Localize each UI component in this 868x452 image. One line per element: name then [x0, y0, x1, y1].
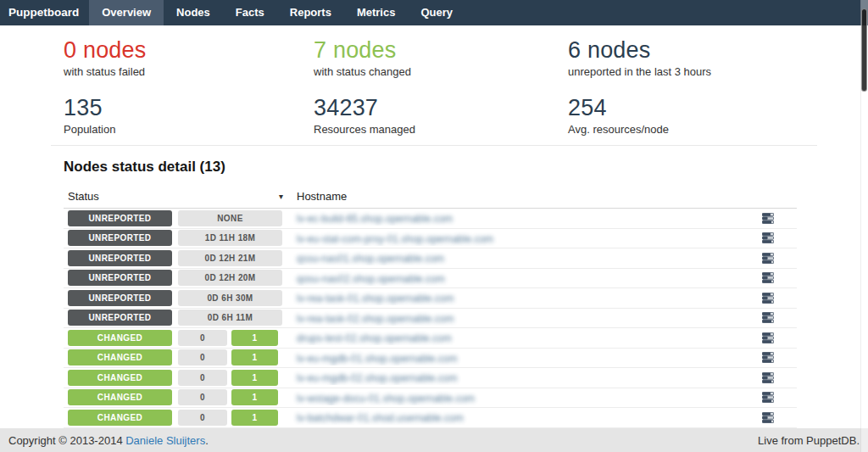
tasks-icon[interactable]: [762, 412, 774, 423]
failed-count-badge[interactable]: 0: [178, 410, 227, 426]
copyright-prefix: Copyright © 2013-2014: [8, 434, 123, 447]
nav-item-facts[interactable]: Facts: [223, 0, 277, 25]
table-row: UNREPORTED 1D 11H 18M lv-eu-stat-com-prx…: [64, 229, 797, 249]
status-badge[interactable]: UNREPORTED: [68, 210, 172, 226]
tasks-icon[interactable]: [762, 332, 774, 343]
tasks-icon[interactable]: [762, 253, 774, 264]
tasks-icon[interactable]: [762, 372, 774, 383]
author-link[interactable]: Daniele Sluijters: [125, 434, 205, 447]
last-report-time-badge: 1D 11H 18M: [178, 230, 282, 246]
hostname-link[interactable]: drups-test-02.shop.opernable.com: [297, 332, 452, 344]
changed-count-badge[interactable]: 1: [231, 410, 278, 426]
icon-cell: [739, 352, 797, 363]
status-cell: CHANGED 0 1: [64, 370, 286, 386]
nav-item-reports[interactable]: Reports: [277, 0, 344, 25]
hostname-link[interactable]: lv-eu-stat-com-prxy-01.shop.opernable.co…: [297, 233, 493, 245]
status-badge[interactable]: UNREPORTED: [68, 250, 172, 266]
stat-block: 254 Avg. resources/node: [568, 94, 868, 137]
status-badge[interactable]: UNREPORTED: [68, 270, 172, 286]
status-badge[interactable]: CHANGED: [68, 330, 172, 346]
hostname-cell: lv-eu-stat-com-prxy-01.shop.opernable.co…: [286, 231, 739, 246]
tasks-icon[interactable]: [762, 272, 774, 283]
status-cell: UNREPORTED 0D 12H 21M: [64, 250, 286, 266]
nav-item-nodes[interactable]: Nodes: [164, 0, 223, 25]
hostname-cell: lv-ec-build-65.shop.opernable.com: [286, 210, 739, 226]
nav-item-overview[interactable]: Overview: [89, 0, 164, 25]
last-report-time-badge: 0D 12H 20M: [178, 270, 282, 286]
hostname-link[interactable]: lv-wstage-docu-01.shop.opernable.com: [297, 393, 475, 405]
status-column-header[interactable]: Status ▾: [64, 190, 286, 203]
status-badge[interactable]: CHANGED: [68, 410, 172, 426]
hostname-link[interactable]: lv-rea-task-01.shop.opernable.com: [297, 293, 453, 304]
table-row: CHANGED 0 1 lv-eu-mgdb-02.shop.opernable…: [64, 368, 797, 388]
changed-count-badge[interactable]: 1: [231, 389, 278, 405]
stat-label: Avg. resources/node: [568, 123, 868, 137]
hostname-cell: lv-batchdwar-01.shod.usernable.com: [286, 410, 739, 425]
scrollbar-thumb[interactable]: [861, 8, 867, 92]
hostname-cell: lv-rea-task-02.shop.opernable.com: [286, 310, 739, 326]
icon-cell: [739, 293, 797, 304]
stat-block: 34237 Resources managed: [314, 94, 568, 137]
tasks-icon[interactable]: [762, 293, 774, 304]
changed-count-badge[interactable]: 1: [231, 330, 278, 346]
stat-label: Population: [64, 123, 314, 137]
status-cell: UNREPORTED 0D 6H 11M: [64, 310, 286, 326]
hostname-link[interactable]: lv-rea-task-02.shop.opernable.com: [297, 313, 453, 325]
icon-cell: [739, 232, 797, 243]
tasks-icon[interactable]: [762, 213, 774, 224]
status-cell: CHANGED 0 1: [64, 389, 286, 405]
status-badge[interactable]: CHANGED: [68, 389, 172, 405]
status-badge[interactable]: UNREPORTED: [68, 230, 172, 246]
last-report-time-badge: 0D 6H 11M: [178, 310, 282, 326]
table-row: CHANGED 0 1 lv-batchdwar-01.shod.usernab…: [64, 408, 797, 428]
table-row: CHANGED 0 1 lv-eu-mgdb-01.shop.opernable…: [64, 349, 797, 369]
tasks-icon[interactable]: [762, 352, 774, 363]
stat-value: 0 nodes: [64, 36, 314, 64]
status-badge[interactable]: CHANGED: [68, 349, 172, 366]
sort-caret-icon[interactable]: ▾: [279, 192, 286, 201]
failed-count-badge[interactable]: 0: [178, 370, 227, 386]
status-badge[interactable]: UNREPORTED: [68, 310, 172, 326]
status-cell: UNREPORTED 0D 6H 30M: [64, 290, 286, 306]
status-cell: UNREPORTED 1D 11H 18M: [64, 230, 286, 246]
failed-count-badge[interactable]: 0: [178, 349, 227, 366]
hostname-cell: lv-wstage-docu-01.shop.opernable.com: [286, 390, 739, 405]
hostname-link[interactable]: lv-batchdwar-01.shod.usernable.com: [297, 412, 464, 424]
stat-label: unreported in the last 3 hours: [568, 65, 868, 79]
status-cell: UNREPORTED NONE: [64, 210, 286, 226]
status-cell: CHANGED 0 1: [64, 349, 286, 366]
status-cell: CHANGED 0 1: [64, 330, 286, 346]
stat-label: Resources managed: [314, 123, 568, 137]
hostname-link[interactable]: lv-eu-mgdb-01.shop.opernable.com: [297, 353, 457, 365]
hostname-link[interactable]: lv-ec-build-65.shop.opernable.com: [297, 213, 453, 225]
brand-puppetboard[interactable]: Puppetboard: [0, 0, 89, 25]
table-row: UNREPORTED 0D 6H 11M lv-rea-task-02.shop…: [64, 309, 797, 329]
failed-count-badge[interactable]: 0: [178, 389, 227, 405]
status-cell: UNREPORTED 0D 12H 20M: [64, 270, 286, 286]
status-badge[interactable]: CHANGED: [68, 370, 172, 386]
hostname-cell: lv-rea-task-01.shop.opernable.com: [286, 290, 739, 305]
nav-item-query[interactable]: Query: [408, 0, 465, 25]
stat-label: with status failed: [64, 65, 314, 79]
table-row: UNREPORTED 0D 12H 20M qosu-nas02.shop.op…: [64, 269, 797, 289]
stat-value: 135: [64, 94, 314, 121]
hostname-link[interactable]: lv-eu-mgdb-02.shop.opernable.com: [297, 372, 457, 384]
changed-count-badge[interactable]: 1: [231, 349, 278, 366]
hostname-column-header[interactable]: Hostname: [286, 190, 347, 203]
stat-block: 0 nodes with status failed: [64, 36, 314, 79]
tasks-icon[interactable]: [762, 392, 774, 403]
hostname-link[interactable]: qosu-nas02.shop.opernable.com: [297, 273, 445, 285]
hostname-link[interactable]: qssu-nas01.shop.opernable.com: [297, 253, 444, 265]
tasks-icon[interactable]: [762, 232, 774, 243]
status-badge[interactable]: UNREPORTED: [68, 290, 172, 306]
icon-cell: [739, 372, 797, 383]
tasks-icon[interactable]: [762, 312, 774, 323]
nodes-status-detail-heading: Nodes status detail (13): [64, 159, 868, 176]
icon-cell: [739, 412, 797, 423]
nav-item-metrics[interactable]: Metrics: [344, 0, 409, 25]
failed-count-badge[interactable]: 0: [178, 330, 227, 346]
table-row: CHANGED 0 1 drups-test-02.shop.opernable…: [64, 328, 797, 349]
changed-count-badge[interactable]: 1: [231, 370, 278, 386]
status-cell: CHANGED 0 1: [64, 410, 286, 426]
status-column-label: Status: [68, 190, 99, 203]
